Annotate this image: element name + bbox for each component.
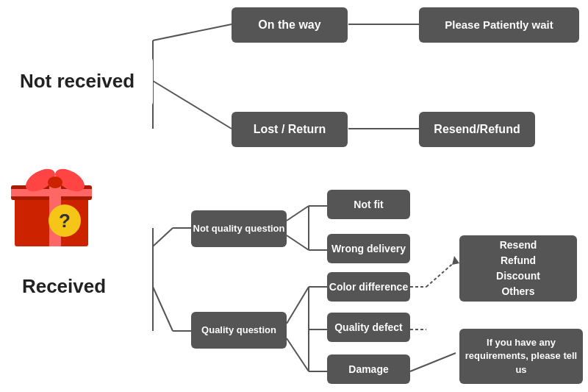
resend-refund-discount-node: Resend Refund Discount Others	[459, 235, 577, 302]
please-wait-node: Please Patiently wait	[419, 7, 579, 43]
svg-line-24	[426, 261, 456, 287]
svg-marker-25	[452, 256, 459, 265]
svg-text:?: ?	[59, 210, 71, 232]
svg-line-27	[410, 353, 456, 371]
received-node: Received	[1, 265, 126, 309]
gift-box-image: ?	[7, 154, 103, 250]
resend-refund-discount-text: Resend Refund Discount Others	[496, 238, 540, 299]
damage-node: Damage	[327, 354, 410, 384]
not-quality-question-node: Not quality question	[191, 210, 287, 247]
svg-line-14	[287, 235, 309, 250]
quality-question-node: Quality question	[191, 312, 287, 349]
not-fit-node: Not fit	[327, 190, 410, 219]
svg-line-20	[287, 338, 309, 371]
color-difference-node: Color difference	[327, 272, 410, 302]
not-received-node: Not received	[1, 57, 153, 107]
svg-point-34	[48, 177, 62, 188]
lost-return-node: Lost / Return	[232, 112, 348, 147]
on-the-way-node: On the way	[232, 7, 348, 43]
svg-line-3	[153, 81, 232, 129]
resend-refund-node-1: Resend/Refund	[419, 112, 535, 147]
svg-line-0	[153, 24, 232, 40]
svg-line-12	[287, 206, 309, 221]
wrong-delivery-node: Wrong delivery	[327, 234, 410, 263]
svg-line-17	[287, 287, 309, 324]
svg-line-7	[153, 228, 173, 246]
if-requirements-node: If you have any requirements, please tel…	[459, 329, 583, 384]
diagram-container: Not received On the way Please Patiently…	[0, 0, 588, 392]
svg-line-9	[153, 287, 173, 331]
quality-defect-node: Quality defect	[327, 313, 410, 342]
